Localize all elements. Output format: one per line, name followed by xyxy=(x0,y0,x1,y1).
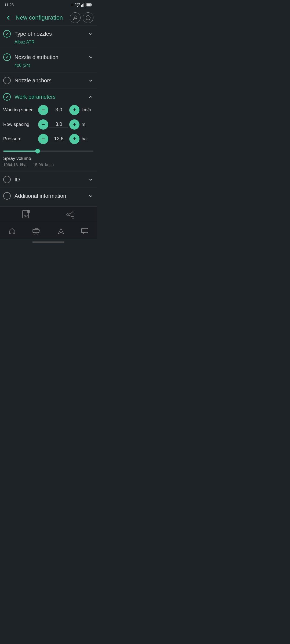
spray-volume-label: Spray volume xyxy=(3,156,93,161)
svg-rect-5 xyxy=(87,4,91,6)
chat-icon xyxy=(81,227,89,235)
row-spacing-minus[interactable]: − xyxy=(38,119,48,130)
pressure-input[interactable] xyxy=(49,136,68,142)
section-nozzle-distribution: Nozzle distribution 4x6 (24) xyxy=(0,49,97,72)
check-id xyxy=(3,176,11,183)
svg-rect-1 xyxy=(82,4,83,7)
work-params-content: Working speed − + km/h Row spacing − + m… xyxy=(3,105,93,167)
section-type-of-nozzles: Type of nozzles Albuz ATR xyxy=(0,26,97,49)
section-header-nozzle-anchors[interactable]: Nozzle anchors xyxy=(3,77,93,84)
info-icon: i xyxy=(85,15,91,20)
section-header-id[interactable]: ID xyxy=(3,176,93,183)
subtitle-type-of-nozzles: Albuz ATR xyxy=(15,40,93,45)
pressure-unit: bar xyxy=(82,137,91,141)
battery-icon xyxy=(86,3,92,6)
pressure-slider-container xyxy=(3,148,93,155)
svg-point-20 xyxy=(37,232,39,234)
svg-rect-21 xyxy=(35,228,38,230)
bottom-toolbar: PDF xyxy=(0,206,97,223)
section-header-work-parameters[interactable]: Work parameters xyxy=(3,93,93,101)
section-nozzle-anchors: Nozzle anchors xyxy=(0,72,97,89)
row-spacing-plus[interactable]: + xyxy=(69,119,79,130)
working-speed-minus[interactable]: − xyxy=(38,105,48,115)
svg-rect-23 xyxy=(82,228,88,233)
chevron-type-of-nozzles xyxy=(88,31,93,36)
svg-text:i: i xyxy=(88,16,88,20)
nav-navigate[interactable] xyxy=(57,227,65,235)
status-time: 11:23 xyxy=(4,3,14,7)
status-icons xyxy=(70,3,92,7)
section-title-nozzle-distribution: Nozzle distribution xyxy=(15,54,88,60)
section-additional-information: Additional information xyxy=(0,188,97,204)
pressure-minus[interactable]: − xyxy=(38,134,48,144)
spray-unit-1: l/ha xyxy=(20,162,26,167)
svg-point-13 xyxy=(72,211,74,213)
svg-point-14 xyxy=(67,214,69,216)
top-nav: New configuration i xyxy=(0,10,97,26)
back-button[interactable] xyxy=(3,14,13,22)
check-nozzle-anchors xyxy=(3,77,11,84)
nav-home[interactable] xyxy=(8,227,16,235)
section-title-nozzle-anchors: Nozzle anchors xyxy=(15,78,88,84)
svg-line-16 xyxy=(69,213,72,214)
svg-line-17 xyxy=(69,215,72,217)
working-speed-plus[interactable]: + xyxy=(69,105,79,115)
chevron-work-parameters xyxy=(88,94,93,100)
chevron-additional-information xyxy=(88,193,93,199)
pdf-icon: PDF xyxy=(21,210,31,219)
info-button[interactable]: i xyxy=(83,12,93,23)
section-header-nozzle-distribution[interactable]: Nozzle distribution xyxy=(3,53,93,61)
pressure-plus[interactable]: + xyxy=(69,134,79,144)
row-spacing-row: Row spacing − + m xyxy=(3,119,93,130)
check-work-parameters xyxy=(3,93,11,101)
chevron-id xyxy=(88,177,93,182)
svg-text:PDF: PDF xyxy=(24,215,28,217)
spray-value-2: 15.96 l/min xyxy=(33,162,54,167)
machine-icon xyxy=(32,227,41,235)
profile-button[interactable] xyxy=(70,12,81,23)
navigate-icon xyxy=(57,227,65,235)
spray-unit-2: l/min xyxy=(45,162,54,167)
share-button[interactable] xyxy=(66,210,75,219)
slider-track[interactable] xyxy=(3,151,93,152)
working-speed-unit: km/h xyxy=(82,108,91,112)
section-title-id: ID xyxy=(15,177,88,183)
svg-point-15 xyxy=(72,216,74,218)
svg-rect-2 xyxy=(84,3,84,7)
spray-values: 1064.13 l/ha 15.96 l/min xyxy=(3,162,93,167)
slider-thumb[interactable] xyxy=(35,149,40,153)
row-spacing-input[interactable] xyxy=(49,122,68,127)
check-additional-information xyxy=(3,192,11,200)
share-icon xyxy=(66,210,75,219)
home-icon xyxy=(8,227,16,235)
section-title-additional-information: Additional information xyxy=(15,193,88,199)
notification-dot xyxy=(70,3,74,7)
page-title: New configuration xyxy=(16,14,68,21)
check-nozzle-distribution xyxy=(3,53,11,61)
svg-point-7 xyxy=(74,16,76,18)
section-title-type-of-nozzles: Type of nozzles xyxy=(15,31,88,37)
check-type-of-nozzles xyxy=(3,30,11,38)
home-indicator xyxy=(0,239,97,245)
pressure-label: Pressure xyxy=(3,136,38,142)
bottom-nav xyxy=(0,223,97,239)
wifi-icon xyxy=(75,3,80,7)
working-speed-label: Working speed xyxy=(3,107,38,113)
spray-num-2: 15.96 xyxy=(33,162,43,167)
subtitle-nozzle-distribution: 4x6 (24) xyxy=(15,63,93,68)
working-speed-input[interactable] xyxy=(49,107,68,113)
section-title-work-parameters: Work parameters xyxy=(15,94,88,100)
nav-machine[interactable] xyxy=(32,227,41,235)
section-work-parameters: Work parameters Working speed − + km/h R… xyxy=(0,89,97,171)
spray-value-1: 1064.13 l/ha xyxy=(3,162,27,167)
svg-point-19 xyxy=(33,232,35,234)
section-header-type-of-nozzles[interactable]: Type of nozzles xyxy=(3,30,93,38)
section-header-additional-information[interactable]: Additional information xyxy=(3,192,93,200)
row-spacing-label: Row spacing xyxy=(3,122,38,127)
nav-chat[interactable] xyxy=(81,227,89,235)
pressure-row: Pressure − + bar xyxy=(3,134,93,144)
svg-rect-0 xyxy=(81,5,82,7)
slider-fill xyxy=(3,151,38,152)
svg-rect-3 xyxy=(85,3,86,7)
pdf-button[interactable]: PDF xyxy=(21,210,31,219)
